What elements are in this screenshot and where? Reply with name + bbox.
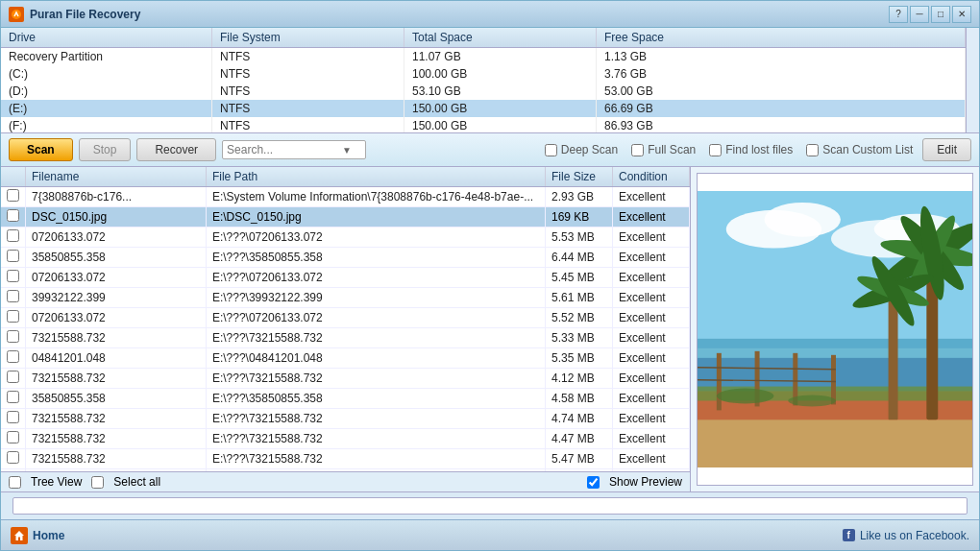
file-checkbox-cell[interactable] — [1, 369, 26, 389]
table-row[interactable]: 73215588.732 E:\???\73215588.732 5.33 MB… — [1, 328, 690, 348]
file-condition-cell: Excellent — [613, 348, 690, 369]
table-row[interactable]: 39932122.399 E:\???\39932122.399 5.61 MB… — [1, 288, 690, 308]
drive-table-row[interactable]: (D:) NTFS 53.10 GB 53.00 GB — [1, 83, 966, 100]
deep-scan-checkbox[interactable] — [545, 144, 557, 156]
file-checkbox-cell[interactable] — [1, 389, 26, 409]
file-checkbox[interactable] — [7, 310, 19, 323]
table-row[interactable]: 35850855.358 E:\???\35850855.358 4.58 MB… — [1, 389, 690, 409]
table-row[interactable]: 73215588.732 E:\???\73215588.732 5.47 MB… — [1, 449, 690, 469]
show-preview-checkbox[interactable] — [587, 476, 600, 489]
table-row[interactable]: 7{3808876b-c176... E:\System Volume Info… — [1, 187, 690, 207]
tree-view-checkbox[interactable] — [9, 476, 21, 489]
search-dropdown-icon[interactable]: ▼ — [342, 145, 352, 156]
drive-fs: NTFS — [212, 48, 404, 65]
file-checkbox[interactable] — [7, 250, 19, 262]
toolbar: Scan Stop Recover ▼ Deep Scan Full Scan … — [1, 133, 979, 167]
select-all-checkbox[interactable] — [91, 476, 104, 489]
preview-svg — [698, 190, 972, 468]
file-checkbox[interactable] — [7, 330, 19, 343]
file-checkbox-cell[interactable] — [1, 187, 26, 207]
file-checkbox[interactable] — [7, 431, 19, 443]
drive-table-row[interactable]: Recovery Partition NTFS 11.07 GB 1.13 GB — [1, 48, 966, 65]
file-size-cell: 2.93 GB — [546, 187, 613, 207]
table-row[interactable]: 73215588.732 E:\???\73215588.732 4.47 MB… — [1, 429, 690, 449]
file-condition-cell: Excellent — [613, 389, 690, 409]
facebook-icon: f — [843, 529, 855, 541]
help-button[interactable]: ? — [889, 6, 908, 23]
svg-point-29 — [788, 395, 836, 407]
search-box[interactable]: ▼ — [222, 140, 366, 159]
find-lost-checkbox[interactable] — [709, 144, 722, 156]
table-row[interactable]: DSC_0150.jpg E:\DSC_0150.jpg 169 KB Exce… — [1, 207, 690, 228]
file-checkbox-cell[interactable] — [1, 308, 26, 328]
file-size-cell: 5.47 MB — [546, 449, 613, 469]
table-row[interactable]: 73215588.732 E:\???\73215588.732 4.74 MB… — [1, 409, 690, 429]
file-table-wrap[interactable]: Filename File Path File Size Condition 7… — [1, 167, 690, 471]
file-checkbox[interactable] — [7, 411, 19, 423]
file-checkbox[interactable] — [7, 229, 19, 242]
svg-point-3 — [765, 203, 841, 237]
file-size-cell: 5.52 MB — [546, 308, 613, 328]
drive-rows[interactable]: Recovery Partition NTFS 11.07 GB 1.13 GB… — [1, 48, 966, 132]
minimize-button[interactable]: ─ — [910, 6, 929, 23]
drive-table-row[interactable]: (F:) NTFS 150.00 GB 86.93 GB — [1, 117, 966, 132]
maximize-button[interactable]: □ — [931, 6, 950, 23]
scan-button[interactable]: Scan — [9, 138, 73, 161]
search-input[interactable] — [227, 143, 342, 156]
file-checkbox[interactable] — [7, 371, 19, 383]
file-checkbox[interactable] — [7, 391, 19, 403]
drive-table-row[interactable]: (E:) NTFS 150.00 GB 66.69 GB — [1, 100, 966, 117]
drive-free: 66.69 GB — [597, 100, 966, 117]
preview-section — [691, 167, 979, 491]
drive-section: Drive File System Total Space Free Space… — [1, 28, 979, 133]
file-checkbox-cell[interactable] — [1, 228, 26, 248]
full-scan-checkbox[interactable] — [631, 144, 644, 156]
table-row[interactable]: 73215588.732 E:\???\73215588.732 4.12 MB… — [1, 369, 690, 389]
fb-like-section[interactable]: f Like us on Facebook. — [843, 529, 969, 542]
edit-button[interactable]: Edit — [922, 138, 971, 161]
file-checkbox[interactable] — [7, 189, 19, 202]
drive-free: 53.00 GB — [597, 83, 966, 100]
file-table-header-row: Filename File Path File Size Condition — [1, 167, 690, 187]
scan-custom-checkbox[interactable] — [806, 144, 819, 156]
file-condition-cell: Excellent — [613, 248, 690, 268]
file-checkbox-cell[interactable] — [1, 268, 26, 288]
file-checkbox[interactable] — [7, 451, 19, 464]
file-checkbox[interactable] — [7, 270, 19, 282]
file-size-cell: 5.53 MB — [546, 228, 613, 248]
find-lost-group: Find lost files — [709, 143, 793, 156]
file-checkbox-cell[interactable] — [1, 348, 26, 369]
drive-name: (E:) — [1, 100, 212, 117]
table-row[interactable]: 35850855.358 E:\???\35850855.358 6.44 MB… — [1, 248, 690, 268]
table-row[interactable]: 07206133.072 E:\???\07206133.072 5.45 MB… — [1, 268, 690, 288]
drive-table-header: Drive File System Total Space Free Space — [1, 28, 966, 48]
file-checkbox-cell[interactable] — [1, 207, 26, 228]
file-checkbox-cell[interactable] — [1, 429, 26, 449]
table-row[interactable]: 07206133.072 E:\???\07206133.072 5.53 MB… — [1, 228, 690, 248]
file-checkbox[interactable] — [7, 290, 19, 302]
scan-custom-group: Scan Custom List — [806, 143, 913, 156]
home-button[interactable]: Home — [11, 527, 64, 544]
drive-name: Recovery Partition — [1, 48, 212, 65]
file-table-body: 7{3808876b-c176... E:\System Volume Info… — [1, 187, 690, 472]
drive-table-row[interactable]: (C:) NTFS 100.00 GB 3.76 GB — [1, 65, 966, 83]
file-checkbox-cell[interactable] — [1, 248, 26, 268]
footer: Home f Like us on Facebook. — [1, 519, 979, 550]
file-name-cell: DSC_0150.jpg — [26, 207, 207, 228]
close-button[interactable]: ✕ — [952, 6, 971, 23]
file-checkbox-cell[interactable] — [1, 449, 26, 469]
drive-col-header: Drive — [1, 28, 212, 47]
file-checkbox[interactable] — [7, 350, 19, 363]
file-size-cell: 5.35 MB — [546, 348, 613, 369]
file-checkbox-cell[interactable] — [1, 288, 26, 308]
file-checkbox[interactable] — [7, 209, 19, 222]
file-checkbox-cell[interactable] — [1, 328, 26, 348]
file-size-cell: 6.44 MB — [546, 248, 613, 268]
file-name-cell: 04841201.048 — [26, 348, 207, 369]
file-name-cell: 39932122.399 — [26, 288, 207, 308]
main-content: Filename File Path File Size Condition 7… — [1, 167, 979, 491]
table-row[interactable]: 07206133.072 E:\???\07206133.072 5.52 MB… — [1, 308, 690, 328]
recover-button[interactable]: Recover — [136, 138, 216, 161]
file-checkbox-cell[interactable] — [1, 409, 26, 429]
table-row[interactable]: 04841201.048 E:\???\04841201.048 5.35 MB… — [1, 348, 690, 369]
